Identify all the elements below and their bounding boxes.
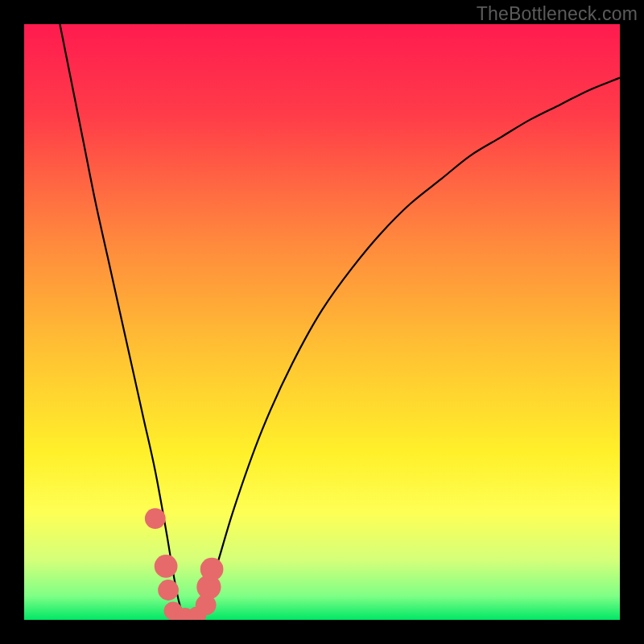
curve-marker (155, 555, 178, 578)
curve-marker (158, 580, 179, 601)
plot-area (24, 24, 620, 620)
curve-marker (200, 558, 224, 581)
watermark-text: TheBottleneck.com (477, 3, 638, 25)
curve-marker (145, 508, 166, 529)
curve-layer (24, 24, 620, 620)
bottleneck-curve (60, 24, 620, 620)
curve-markers (145, 508, 224, 620)
chart-frame: TheBottleneck.com (0, 0, 644, 644)
